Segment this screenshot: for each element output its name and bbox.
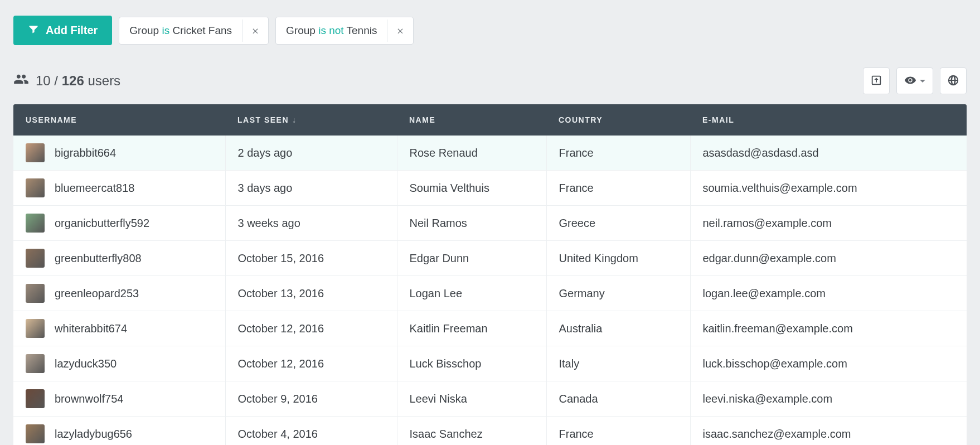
cell-name: Kaitlin Freeman (397, 311, 546, 346)
cell-country: Canada (546, 381, 690, 417)
cell-name: Luck Bisschop (397, 346, 546, 381)
table-row[interactable]: greenleopard253October 13, 2016Logan Lee… (13, 276, 967, 311)
table-row[interactable]: bigrabbit6642 days agoRose RenaudFrancea… (13, 136, 967, 171)
cell-username: whiterabbit674 (13, 311, 225, 346)
count-separator: / (51, 73, 62, 88)
cell-country: France (546, 171, 690, 206)
filter-chip-text: Group is Cricket Fans (119, 17, 242, 44)
table-row[interactable]: bluemeercat8183 days agoSoumia VelthuisF… (13, 171, 967, 206)
avatar (26, 249, 45, 268)
cell-email: kaitlin.freeman@example.com (690, 311, 967, 346)
avatar (26, 214, 45, 233)
export-icon (870, 74, 882, 88)
username-text: whiterabbit674 (55, 322, 127, 335)
cell-email: luck.bisschop@example.com (690, 346, 967, 381)
filter-value: Cricket Fans (172, 25, 232, 36)
cell-name: Leevi Niska (397, 381, 546, 417)
filter-value: Tennis (347, 25, 377, 36)
close-icon (396, 27, 404, 35)
cell-country: United Kingdom (546, 241, 690, 276)
avatar (26, 319, 45, 338)
filter-chip-text: Group is not Tennis (276, 17, 387, 44)
cell-last-seen: October 12, 2016 (225, 346, 397, 381)
language-button[interactable] (940, 67, 967, 94)
filter-icon (28, 23, 39, 37)
table-row[interactable]: lazyladybug656October 4, 2016Isaac Sanch… (13, 417, 967, 446)
cell-name: Rose Renaud (397, 136, 546, 171)
cell-name: Edgar Dunn (397, 241, 546, 276)
avatar (26, 354, 45, 373)
username-text: greenbutterfly808 (55, 252, 142, 265)
cell-username: organicbutterfly592 (13, 206, 225, 241)
filter-field: Group (286, 25, 316, 36)
table-actions (863, 67, 967, 94)
sort-descending-icon: ↓ (292, 115, 297, 124)
filter-operator: is not (318, 25, 343, 36)
cell-last-seen: October 13, 2016 (225, 276, 397, 311)
cell-email: leevi.niska@example.com (690, 381, 967, 417)
table-row[interactable]: organicbutterfly5923 weeks agoNeil Ramos… (13, 206, 967, 241)
cell-username: greenbutterfly808 (13, 241, 225, 276)
cell-last-seen: 3 weeks ago (225, 206, 397, 241)
avatar (26, 389, 45, 408)
count-suffix: users (84, 73, 120, 88)
table-row[interactable]: greenbutterfly808October 15, 2016Edgar D… (13, 241, 967, 276)
column-header-username[interactable]: Username (13, 104, 225, 136)
user-count-summary: 10 / 126 users (13, 71, 120, 90)
filter-field: Group (129, 25, 159, 36)
filter-operator: is (162, 25, 169, 36)
filter-remove-button[interactable] (242, 20, 268, 42)
username-text: greenleopard253 (55, 287, 139, 300)
username-text: organicbutterfly592 (55, 217, 149, 230)
filter-chip[interactable]: Group is not Tennis (275, 17, 414, 45)
cell-username: greenleopard253 (13, 276, 225, 311)
avatar (26, 424, 45, 443)
count-text: 10 / 126 users (36, 73, 120, 89)
cell-email: logan.lee@example.com (690, 276, 967, 311)
cell-last-seen: October 4, 2016 (225, 417, 397, 446)
username-text: bigrabbit664 (55, 147, 116, 159)
table-row[interactable]: whiterabbit674October 12, 2016Kaitlin Fr… (13, 311, 967, 346)
export-button[interactable] (863, 67, 890, 94)
column-header-country[interactable]: Country (546, 104, 690, 136)
cell-email: asasdasd@asdasd.asd (690, 136, 967, 171)
cell-last-seen: October 9, 2016 (225, 381, 397, 417)
add-filter-label: Add Filter (46, 24, 98, 37)
filter-chips-container: Group is Cricket FansGroup is not Tennis (119, 17, 414, 45)
username-text: bluemeercat818 (55, 182, 134, 195)
filter-remove-button[interactable] (387, 20, 413, 42)
cell-username: bigrabbit664 (13, 136, 225, 171)
cell-country: France (546, 417, 690, 446)
shown-count: 10 (36, 73, 51, 88)
cell-email: isaac.sanchez@example.com (690, 417, 967, 446)
cell-last-seen: 3 days ago (225, 171, 397, 206)
username-text: lazyduck350 (55, 357, 117, 370)
people-icon (13, 71, 29, 90)
eye-icon (904, 74, 916, 88)
avatar (26, 178, 45, 197)
cell-country: France (546, 136, 690, 171)
avatar (26, 143, 45, 162)
globe-icon (947, 74, 959, 88)
cell-email: edgar.dunn@example.com (690, 241, 967, 276)
avatar (26, 284, 45, 303)
cell-name: Neil Ramos (397, 206, 546, 241)
column-header-last-seen[interactable]: Last seen↓ (225, 104, 397, 136)
column-header-email[interactable]: E-mail (690, 104, 967, 136)
table-row[interactable]: brownwolf754October 9, 2016Leevi NiskaCa… (13, 381, 967, 417)
cell-email: neil.ramos@example.com (690, 206, 967, 241)
cell-username: lazyladybug656 (13, 417, 225, 446)
close-icon (251, 27, 259, 35)
cell-name: Logan Lee (397, 276, 546, 311)
table-row[interactable]: lazyduck350October 12, 2016Luck Bisschop… (13, 346, 967, 381)
visibility-button[interactable] (896, 67, 933, 94)
column-header-name[interactable]: Name (397, 104, 546, 136)
table-header-row: Username Last seen↓ Name Country E-mail (13, 104, 967, 136)
users-table: Username Last seen↓ Name Country E-mail … (13, 104, 967, 445)
filter-chip[interactable]: Group is Cricket Fans (119, 17, 269, 45)
cell-last-seen: October 12, 2016 (225, 311, 397, 346)
cell-country: Germany (546, 276, 690, 311)
cell-username: lazyduck350 (13, 346, 225, 381)
add-filter-button[interactable]: Add Filter (13, 16, 112, 45)
chevron-down-icon (920, 80, 925, 83)
